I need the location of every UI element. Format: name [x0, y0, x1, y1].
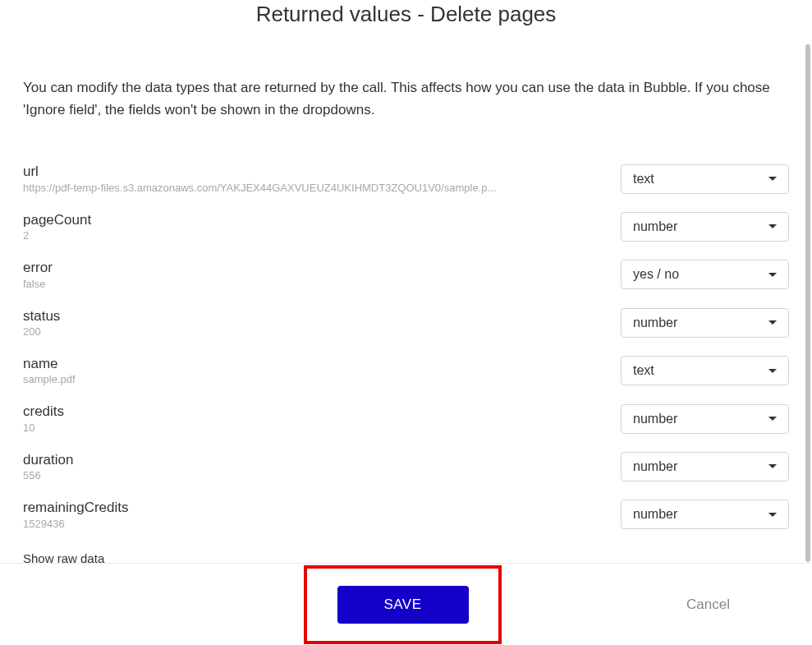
type-dropdown-remainingcredits[interactable]: number — [621, 500, 789, 529]
type-dropdown-credits[interactable]: number — [621, 404, 789, 434]
field-name: error — [23, 260, 604, 276]
field-sample: 10 — [23, 422, 516, 434]
chevron-down-icon — [768, 464, 777, 468]
field-sample: sample.pdf — [23, 373, 516, 385]
field-row-pagecount: pageCount 2 number — [23, 212, 789, 242]
field-name: duration — [23, 452, 604, 468]
dropdown-label: number — [633, 316, 677, 330]
field-sample: 1529436 — [23, 518, 516, 530]
field-row-url: url https://pdf-temp-files.s3.amazonaws.… — [23, 164, 789, 193]
save-highlight-box: SAVE — [304, 565, 502, 644]
type-dropdown-duration[interactable]: number — [621, 452, 789, 481]
dropdown-label: number — [633, 507, 677, 522]
dialog-title: Returned values - Delete pages — [0, 0, 812, 37]
chevron-down-icon — [768, 369, 777, 373]
field-name: name — [23, 356, 604, 372]
field-row-error: error false yes / no — [23, 260, 789, 289]
type-dropdown-status[interactable]: number — [621, 308, 789, 338]
chevron-down-icon — [768, 273, 777, 277]
field-sample: 200 — [23, 325, 516, 338]
field-row-status: status 200 number — [23, 308, 789, 338]
dropdown-label: text — [633, 172, 654, 187]
field-row-name: name sample.pdf text — [23, 356, 789, 385]
field-sample: https://pdf-temp-files.s3.amazonaws.com/… — [23, 182, 516, 194]
chevron-down-icon — [768, 224, 777, 228]
field-name: pageCount — [23, 212, 604, 228]
dropdown-label: number — [633, 412, 677, 426]
chevron-down-icon — [768, 177, 777, 181]
save-button[interactable]: SAVE — [337, 586, 469, 624]
field-sample: 2 — [23, 229, 516, 242]
field-name: remainingCredits — [23, 500, 604, 516]
dropdown-label: number — [633, 459, 677, 474]
field-row-remainingcredits: remainingCredits 1529436 number — [23, 500, 789, 529]
field-sample: false — [23, 278, 516, 290]
chevron-down-icon — [768, 417, 777, 421]
chevron-down-icon — [768, 513, 777, 517]
dropdown-label: text — [633, 363, 654, 378]
dialog-content: You can modify the data types that are r… — [0, 76, 812, 566]
chevron-down-icon — [768, 320, 777, 325]
field-row-credits: credits 10 number — [23, 403, 789, 433]
field-name: credits — [23, 403, 604, 420]
cancel-button[interactable]: Cancel — [686, 597, 730, 613]
dropdown-label: yes / no — [633, 267, 679, 282]
type-dropdown-url[interactable]: text — [621, 164, 789, 194]
scrollbar[interactable] — [805, 44, 810, 562]
type-dropdown-error[interactable]: yes / no — [621, 260, 789, 289]
dropdown-label: number — [633, 219, 677, 234]
type-dropdown-name[interactable]: text — [621, 356, 789, 385]
type-dropdown-pagecount[interactable]: number — [621, 212, 789, 242]
description-text: You can modify the data types that are r… — [23, 76, 789, 121]
dialog-footer: SAVE Cancel — [0, 563, 812, 645]
field-sample: 556 — [23, 469, 516, 481]
field-row-duration: duration 556 number — [23, 452, 789, 481]
field-name: url — [23, 164, 604, 180]
field-name: status — [23, 308, 604, 325]
